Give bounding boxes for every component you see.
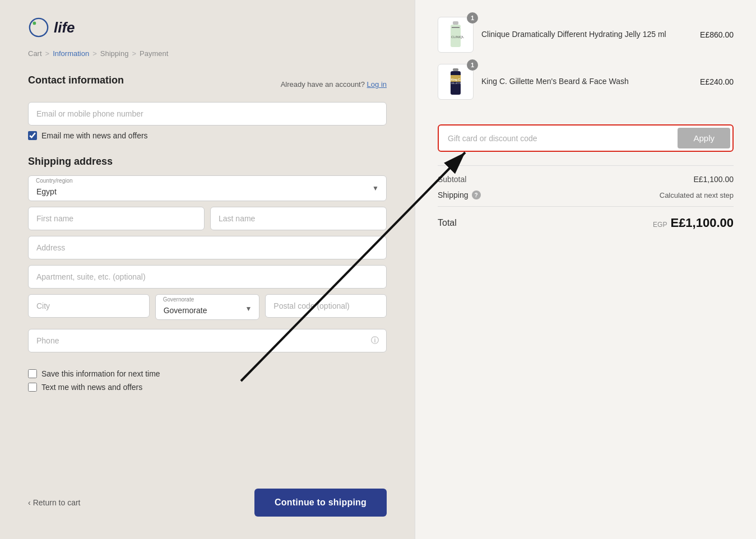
product-2-name: King C. Gillette Men's Beard & Face Wash <box>481 77 629 86</box>
order-panel: CLINIQUE 1 Clinique Dramatically Differe… <box>415 0 756 539</box>
discount-section: Apply <box>438 124 734 152</box>
shipping-value: Calculated at next step <box>660 191 734 199</box>
contact-title: Contact information <box>28 75 124 86</box>
breadcrumb-shipping[interactable]: Shipping <box>100 49 129 58</box>
svg-point-1 <box>33 22 36 25</box>
apartment-input[interactable] <box>28 265 387 289</box>
city-input[interactable] <box>28 294 150 318</box>
postal-input[interactable] <box>265 294 387 318</box>
address-input[interactable] <box>28 236 387 259</box>
svg-point-0 <box>30 18 48 36</box>
phone-help-icon[interactable]: ⓘ <box>371 336 379 346</box>
last-name-input[interactable] <box>210 207 387 230</box>
subtotal-value: E£1,100.00 <box>693 175 734 184</box>
email-input[interactable] <box>28 102 387 126</box>
country-label: Country/region <box>36 178 73 184</box>
product-img-wrapper-2: King C. GILLETTE 1 <box>438 64 474 100</box>
logo-text: life <box>54 19 75 36</box>
return-arrow-icon: ‹ <box>28 498 31 507</box>
product-img-wrapper-1: CLINIQUE 1 <box>438 17 474 53</box>
svg-rect-2 <box>453 21 458 25</box>
product-image-1: CLINIQUE <box>438 17 474 53</box>
shipping-title: Shipping address <box>28 156 387 168</box>
total-value-wrapper: EGP E£1,100.00 <box>653 216 734 230</box>
product-1-name: Clinique Dramatically Different Hydratin… <box>481 30 666 39</box>
breadcrumb: Cart > Information > Shipping > Payment <box>28 49 387 58</box>
sep1: > <box>45 49 50 58</box>
product-2-badge: 1 <box>467 59 478 71</box>
save-info-row: Save this information for next time <box>28 369 387 378</box>
text-offers-label: Text me with news and offers <box>41 383 142 392</box>
governorate-label: Governorate <box>163 296 194 303</box>
sep2: > <box>92 49 97 58</box>
email-offers-label: Email me with news and offers <box>41 131 148 140</box>
svg-text:CLINIQUE: CLINIQUE <box>451 35 464 39</box>
login-link[interactable]: Log in <box>367 80 387 89</box>
return-to-cart-link[interactable]: ‹ Return to cart <box>28 498 81 507</box>
logo: life <box>28 17 387 38</box>
shipping-row: Shipping ? Calculated at next step <box>438 190 734 199</box>
apply-button[interactable]: Apply <box>678 128 730 148</box>
total-row: Total EGP E£1,100.00 <box>438 206 734 230</box>
product-2-info: King C. Gillette Men's Beard & Face Wash <box>481 76 692 87</box>
product-1-info: Clinique Dramatically Different Hydratin… <box>481 29 692 40</box>
order-summary: Subtotal E£1,100.00 Shipping ? Calculate… <box>438 165 734 230</box>
text-offers-checkbox[interactable] <box>28 383 37 392</box>
text-offers-row: Text me with news and offers <box>28 383 387 392</box>
form-footer: ‹ Return to cart Continue to shipping <box>28 483 387 517</box>
product-item-1: CLINIQUE 1 Clinique Dramatically Differe… <box>438 17 734 53</box>
total-currency: EGP <box>653 221 667 229</box>
product-1-badge: 1 <box>467 12 478 24</box>
total-label: Total <box>438 218 457 228</box>
sep3: > <box>132 49 136 58</box>
save-checkboxes: Save this information for next time Text… <box>28 369 387 396</box>
name-row <box>28 207 387 230</box>
product-item-2: King C. GILLETTE 1 King C. Gillette Men'… <box>438 64 734 100</box>
country-select[interactable]: Egypt <box>28 175 387 201</box>
shipping-help-icon[interactable]: ? <box>472 190 481 199</box>
return-to-cart-label: Return to cart <box>33 498 81 507</box>
continue-to-shipping-button[interactable]: Continue to shipping <box>254 489 387 517</box>
svg-rect-6 <box>453 68 458 71</box>
email-offers-row: Email me with news and offers <box>28 131 387 140</box>
svg-text:GILLETTE: GILLETTE <box>451 82 462 85</box>
country-region-wrapper[interactable]: Country/region Egypt ▼ <box>28 175 387 201</box>
city-row: Governorate Governorate ▼ <box>28 294 387 323</box>
already-account-text: Already have an account? Log in <box>281 80 387 89</box>
product-image-2: King C. GILLETTE <box>438 64 474 100</box>
shipping-text: Shipping <box>438 190 469 199</box>
first-name-input[interactable] <box>28 207 205 230</box>
breadcrumb-information[interactable]: Information <box>53 49 89 58</box>
subtotal-row: Subtotal E£1,100.00 <box>438 175 734 184</box>
product-1-price: E£860.00 <box>700 30 734 39</box>
subtotal-label: Subtotal <box>438 175 466 184</box>
total-value: E£1,100.00 <box>670 216 734 230</box>
phone-wrapper: ⓘ <box>28 329 387 352</box>
shipping-label-wrapper: Shipping ? <box>438 190 481 199</box>
email-offers-checkbox[interactable] <box>28 131 37 140</box>
product-list: CLINIQUE 1 Clinique Dramatically Differe… <box>438 17 734 111</box>
contact-section-header: Contact information Already have an acco… <box>28 75 387 94</box>
phone-input[interactable] <box>28 329 387 352</box>
product-2-price: E£240.00 <box>700 77 734 86</box>
save-info-checkbox[interactable] <box>28 369 37 378</box>
discount-input[interactable] <box>441 128 672 148</box>
save-info-label: Save this information for next time <box>41 369 160 378</box>
svg-rect-4 <box>452 27 460 28</box>
governorate-wrapper[interactable]: Governorate Governorate ▼ <box>155 294 260 323</box>
svg-text:King C.: King C. <box>451 78 461 81</box>
breadcrumb-payment[interactable]: Payment <box>140 49 168 58</box>
breadcrumb-cart[interactable]: Cart <box>28 49 42 58</box>
